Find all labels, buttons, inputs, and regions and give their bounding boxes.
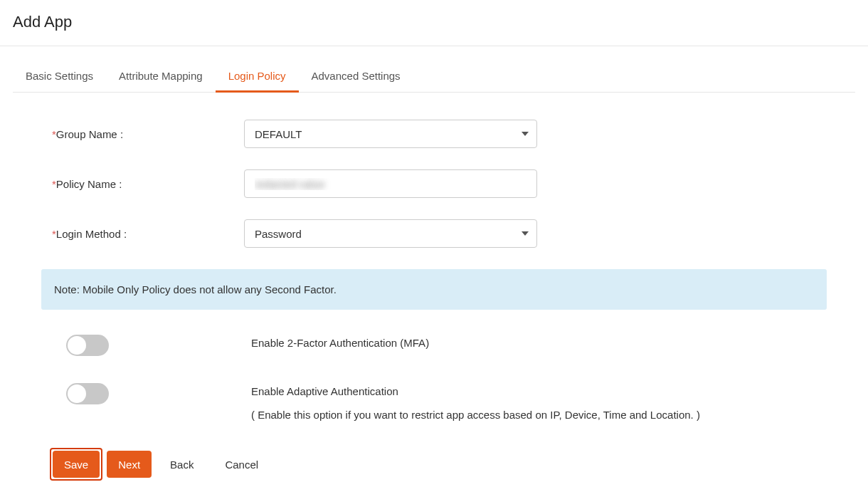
toggle-knob	[68, 336, 86, 355]
mfa-toggle-label: Enable 2-Factor Authentication (MFA)	[251, 337, 429, 349]
note-box: Note: Mobile Only Policy does not allow …	[41, 269, 827, 310]
toggle-knob	[68, 384, 86, 403]
tab-basic-settings[interactable]: Basic Settings	[13, 61, 106, 93]
tab-login-policy[interactable]: Login Policy	[216, 61, 299, 93]
save-button[interactable]: Save	[53, 451, 100, 478]
next-button[interactable]: Next	[107, 451, 152, 478]
policy-name-input[interactable]	[244, 169, 537, 198]
adaptive-toggle[interactable]	[66, 383, 109, 404]
back-button[interactable]: Back	[157, 451, 206, 478]
tab-attribute-mapping[interactable]: Attribute Mapping	[106, 61, 216, 93]
group-name-select[interactable]: DEFAULT	[244, 120, 537, 148]
group-name-label: *Group Name :	[52, 128, 244, 140]
login-method-select[interactable]: Password	[244, 219, 537, 248]
cancel-button[interactable]: Cancel	[212, 451, 271, 478]
tab-bar: Basic Settings Attribute Mapping Login P…	[13, 61, 855, 93]
page-title: Add App	[13, 13, 855, 31]
policy-name-label: *Policy Name :	[52, 178, 244, 190]
tab-advanced-settings[interactable]: Advanced Settings	[299, 61, 413, 93]
adaptive-toggle-sub: ( Enable this option if you want to rest…	[251, 409, 700, 421]
mfa-toggle[interactable]	[66, 335, 109, 356]
save-button-highlight: Save	[50, 448, 102, 481]
adaptive-toggle-label: Enable Adaptive Authentication	[251, 385, 700, 397]
login-method-label: *Login Method :	[52, 228, 244, 240]
